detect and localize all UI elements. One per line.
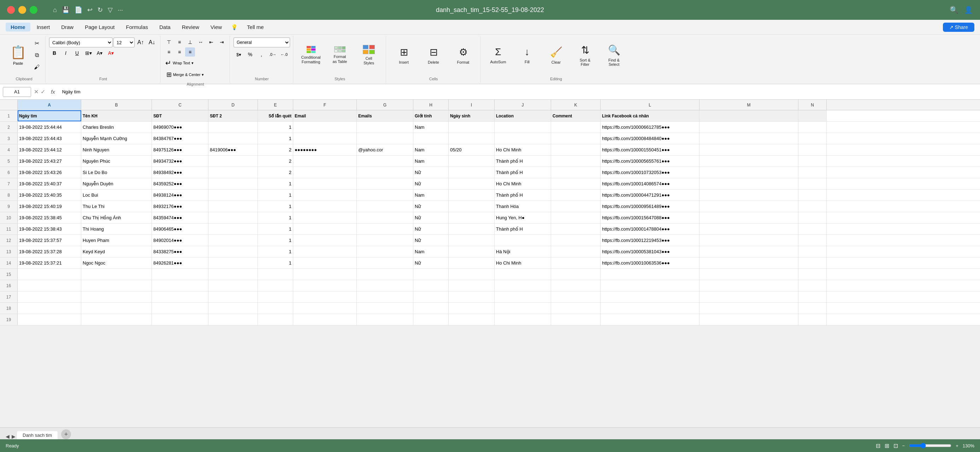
col-header-f[interactable]: F: [293, 100, 357, 110]
align-bottom-button[interactable]: ⊥: [185, 37, 195, 47]
col-header-d[interactable]: D: [208, 100, 258, 110]
cell-E5[interactable]: 2: [258, 156, 293, 166]
cell-G13[interactable]: [357, 246, 413, 257]
cell-M13[interactable]: [700, 246, 799, 257]
align-middle-button[interactable]: ≡: [175, 37, 185, 47]
cell-H11[interactable]: Nữ: [413, 224, 449, 235]
cell-H12[interactable]: Nữ: [413, 235, 449, 246]
cell-L18[interactable]: [601, 303, 700, 314]
cell-N2[interactable]: [799, 122, 827, 133]
cell-C7[interactable]: 84359252●●●: [152, 178, 208, 189]
cell-E2[interactable]: 1: [258, 122, 293, 133]
cell-D7[interactable]: [208, 178, 258, 189]
cell-K12[interactable]: [551, 235, 601, 246]
cell-L13[interactable]: https://fb.com/100005381043●●●: [601, 246, 700, 257]
cell-H4[interactable]: Nam: [413, 144, 449, 155]
clear-button[interactable]: 🧹 Clear: [542, 37, 570, 73]
function-icon[interactable]: fx: [48, 89, 58, 95]
formula-input[interactable]: [61, 87, 977, 97]
cell-J18[interactable]: [495, 303, 551, 314]
cell-C5[interactable]: 84934732●●●: [152, 156, 208, 166]
cell-B11[interactable]: Thi Hoang: [81, 224, 152, 235]
decimal-increase-button[interactable]: .0→: [267, 50, 278, 59]
cell-N7[interactable]: [799, 178, 827, 189]
cell-A12[interactable]: 19-08-2022 15:37:57: [18, 235, 81, 246]
cell-E13[interactable]: 1: [258, 246, 293, 257]
cell-J3[interactable]: [495, 133, 551, 144]
cell-J11[interactable]: Thành phố H: [495, 224, 551, 235]
cell-F9[interactable]: [293, 201, 357, 212]
col-header-n[interactable]: N: [799, 100, 827, 110]
cell-A8[interactable]: 19-08-2022 15:40:35: [18, 190, 81, 201]
maximize-button[interactable]: [30, 6, 37, 14]
cell-L6[interactable]: https://fb.com/100010732053●●●: [601, 167, 700, 178]
cell-E18[interactable]: [258, 303, 293, 314]
cell-L12[interactable]: https://fb.com/100012219453●●●: [601, 235, 700, 246]
cell-M19[interactable]: [700, 314, 799, 325]
cell-L7[interactable]: https://fb.com/100014086574●●●: [601, 178, 700, 189]
save-icon[interactable]: 💾: [62, 6, 70, 14]
cell-H15[interactable]: [413, 269, 449, 280]
cell-J16[interactable]: [495, 280, 551, 291]
cell-K2[interactable]: [551, 122, 601, 133]
sheet-tab-danh-sach[interactable]: Danh sach tim: [17, 431, 57, 439]
filter-icon[interactable]: ▽: [108, 6, 113, 14]
menu-draw[interactable]: Draw: [56, 22, 78, 32]
cell-N14[interactable]: [799, 257, 827, 268]
cell-c1[interactable]: SĐT: [152, 110, 208, 121]
cell-H9[interactable]: Nữ: [413, 201, 449, 212]
cell-K14[interactable]: [551, 257, 601, 268]
cell-C19[interactable]: [152, 314, 208, 325]
cell-B2[interactable]: Charles Breslin: [81, 122, 152, 133]
cell-I14[interactable]: [449, 257, 495, 268]
cell-F7[interactable]: [293, 178, 357, 189]
prev-sheet-icon[interactable]: ◀: [6, 434, 10, 439]
col-header-i[interactable]: I: [449, 100, 495, 110]
cell-reference-input[interactable]: [3, 87, 31, 97]
cell-J13[interactable]: Hà Nội: [495, 246, 551, 257]
cell-N4[interactable]: [799, 144, 827, 155]
font-grow-button[interactable]: A↑: [135, 37, 146, 47]
cell-N8[interactable]: [799, 190, 827, 201]
cell-H14[interactable]: Nữ: [413, 257, 449, 268]
border-button[interactable]: ⊞▾: [83, 48, 94, 58]
cell-C9[interactable]: 84932176●●●: [152, 201, 208, 212]
format-as-table-button[interactable]: Formatas Table: [326, 37, 354, 73]
cell-F5[interactable]: [293, 156, 357, 166]
cell-N13[interactable]: [799, 246, 827, 257]
cell-F19[interactable]: [293, 314, 357, 325]
cell-B12[interactable]: Huyen Pham: [81, 235, 152, 246]
sort-filter-button[interactable]: ⇅ Sort &Filter: [571, 37, 599, 73]
copy-button[interactable]: ⧉: [31, 50, 42, 61]
cell-L10[interactable]: https://fb.com/100015647088●●●: [601, 212, 700, 223]
cell-C6[interactable]: 84938492●●●: [152, 167, 208, 178]
cell-G8[interactable]: [357, 190, 413, 201]
cell-G6[interactable]: [357, 167, 413, 178]
cell-L15[interactable]: [601, 269, 700, 280]
cell-J12[interactable]: [495, 235, 551, 246]
document-icon[interactable]: 📄: [75, 6, 82, 14]
cell-G15[interactable]: [357, 269, 413, 280]
col-header-a[interactable]: A: [18, 100, 81, 110]
find-select-button[interactable]: 🔍 Find &Select: [600, 37, 628, 73]
cell-C14[interactable]: 84926281●●●: [152, 257, 208, 268]
cell-J17[interactable]: [495, 291, 551, 302]
cell-D16[interactable]: [208, 280, 258, 291]
cell-A5[interactable]: 19-08-2022 15:43:27: [18, 156, 81, 166]
cell-A4[interactable]: 19-08-2022 15:44:12: [18, 144, 81, 155]
cell-G11[interactable]: [357, 224, 413, 235]
cell-D19[interactable]: [208, 314, 258, 325]
undo-icon[interactable]: ↩: [87, 6, 92, 14]
cell-H5[interactable]: Nam: [413, 156, 449, 166]
cell-D10[interactable]: [208, 212, 258, 223]
cell-D4[interactable]: 8419006●●●: [208, 144, 258, 155]
font-color-button[interactable]: A▾: [106, 48, 116, 58]
cell-h1[interactable]: Giới tính: [413, 110, 449, 121]
cell-K4[interactable]: [551, 144, 601, 155]
col-header-b[interactable]: B: [81, 100, 152, 110]
cell-C15[interactable]: [152, 269, 208, 280]
minimize-button[interactable]: [18, 6, 26, 14]
cell-A6[interactable]: 19-08-2022 15:43:26: [18, 167, 81, 178]
cell-a1[interactable]: Ngày tìm: [18, 110, 81, 121]
fill-color-button[interactable]: A▾: [94, 48, 105, 58]
